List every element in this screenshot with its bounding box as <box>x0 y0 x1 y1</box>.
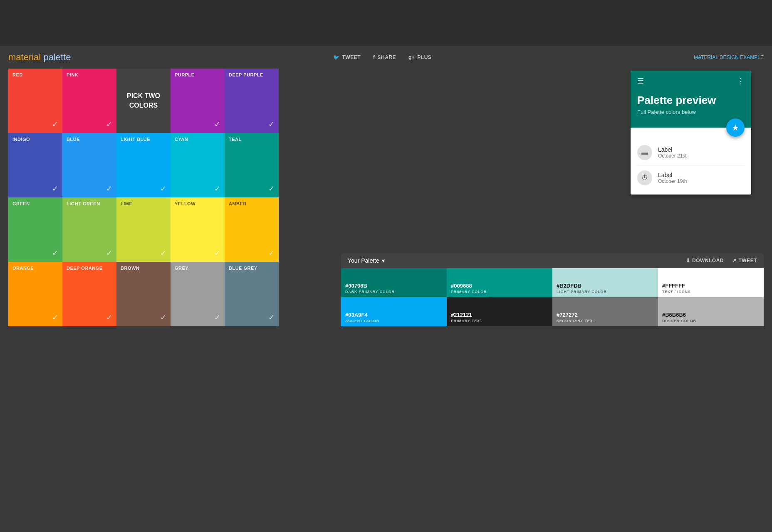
color-name-purple: PURPLE <box>175 72 220 78</box>
plus-button[interactable]: g+ PLUS <box>408 54 431 60</box>
download-button[interactable]: ⬇ DOWNLOAD <box>686 258 724 264</box>
color-cell-amber[interactable]: AMBER ✓ <box>225 197 279 262</box>
color-cell-grey[interactable]: GREY ✓ <box>171 262 225 326</box>
checkmark-icon: ✓ <box>268 313 275 322</box>
color-cell-deep-purple[interactable]: DEEP PURPLE ✓ <box>225 69 279 133</box>
color-cell-deep-orange[interactable]: DEEP ORANGE ✓ <box>62 262 116 326</box>
swatch-hex: #009688 <box>451 283 548 289</box>
color-cell-purple[interactable]: PURPLE ✓ <box>171 69 225 133</box>
checkmark-icon: ✓ <box>160 249 166 258</box>
palette-actions: ⬇ DOWNLOAD ↗ TWEET <box>686 258 757 264</box>
checkmark-icon: ✓ <box>214 184 220 193</box>
color-name-blue-grey: BLUE GREY <box>229 265 275 271</box>
color-cell-blue[interactable]: BLUE ✓ <box>62 133 116 197</box>
color-name-pink: PINK <box>67 72 112 78</box>
list-label-0: Label <box>658 146 745 153</box>
list-icon-0: ▬ <box>637 145 652 160</box>
list-sublabel-1: October 19th <box>658 178 745 184</box>
list-sublabel-0: October 21st <box>658 153 745 159</box>
color-cell-orange[interactable]: ORANGE ✓ <box>8 262 62 326</box>
swatch-hex: #B6B6B6 <box>662 312 760 318</box>
swatch-label: ACCENT COLOR <box>345 319 443 323</box>
palette-tweet-button[interactable]: ↗ TWEET <box>732 258 757 264</box>
color-cell-brown[interactable]: BROWN ✓ <box>116 262 171 326</box>
tweet-button[interactable]: 🐦 TWEET <box>333 54 361 60</box>
color-cell-green[interactable]: GREEN ✓ <box>8 197 62 262</box>
header-right: MATERIAL DESIGN EXAMPLE <box>694 54 764 60</box>
download-icon: ⬇ <box>686 258 690 264</box>
color-cell-light-green[interactable]: LIGHT GREEN ✓ <box>62 197 116 262</box>
palette-swatch-secondary-text[interactable]: #727272 SECONDARY TEXT <box>552 297 658 326</box>
facebook-icon: f <box>373 54 375 60</box>
color-name-brown: BROWN <box>121 265 166 271</box>
palette-title[interactable]: Your Palette ▾ <box>348 257 385 264</box>
color-name-red: RED <box>12 72 58 78</box>
color-name-lime: LIME <box>121 201 166 207</box>
swatch-label: DARK PRIMARY COLOR <box>345 290 443 294</box>
checkmark-icon: ✓ <box>160 313 166 322</box>
more-icon[interactable]: ⋮ <box>737 76 745 86</box>
palette-swatch-divider-color[interactable]: #B6B6B6 DIVIDER COLOR <box>658 297 764 326</box>
color-cell-lime[interactable]: LIME ✓ <box>116 197 171 262</box>
preview-card: ☰ ⋮ Palette preview Full Palette colors … <box>631 71 751 195</box>
fab-button[interactable]: ★ <box>726 118 745 137</box>
swatch-hex: #212121 <box>451 312 548 318</box>
checkmark-icon: ✓ <box>214 249 220 258</box>
top-bar <box>0 0 772 46</box>
palette-swatch-dark-primary-color[interactable]: #00796B DARK PRIMARY COLOR <box>341 268 447 297</box>
right-panel: ☰ ⋮ Palette preview Full Palette colors … <box>341 69 764 326</box>
color-name-indigo: INDIGO <box>12 136 58 142</box>
swatch-label: LIGHT PRIMARY COLOR <box>557 290 654 294</box>
color-name-deep-orange: DEEP ORANGE <box>67 265 112 271</box>
palette-swatch-primary-text[interactable]: #212121 PRIMARY TEXT <box>447 297 552 326</box>
color-cell-empty3[interactable] <box>279 197 333 262</box>
googleplus-icon: g+ <box>408 54 415 60</box>
color-cell-empty2[interactable] <box>279 133 333 197</box>
checkmark-icon: ✓ <box>106 313 112 322</box>
list-icon-1: ⏱ <box>637 170 652 185</box>
color-cell-light-blue[interactable]: LIGHT BLUE ✓ <box>116 133 171 197</box>
preview-header: ☰ ⋮ Palette preview Full Palette colors … <box>631 71 751 128</box>
share-button[interactable]: f SHARE <box>373 54 396 60</box>
color-cell-indigo[interactable]: INDIGO ✓ <box>8 133 62 197</box>
header: material palette 🐦 TWEET f SHARE g+ PLUS… <box>0 46 772 69</box>
color-cell-cyan[interactable]: CYAN ✓ <box>171 133 225 197</box>
preview-body: ▬ Label October 21st ⏱ Label October 19t… <box>631 128 751 195</box>
swatch-label: DIVIDER COLOR <box>662 319 760 323</box>
swatch-hex: #00796B <box>345 283 443 289</box>
color-name-grey: GREY <box>175 265 220 271</box>
checkmark-icon: ✓ <box>214 120 220 129</box>
palette-swatch-primary-color[interactable]: #009688 PRIMARY COLOR <box>447 268 552 297</box>
swatch-label: PRIMARY TEXT <box>451 319 548 323</box>
checkmark-icon: ✓ <box>160 184 166 193</box>
color-cell-pick-two[interactable]: PICK TWO COLORS <box>116 69 171 133</box>
color-name-teal: TEAL <box>229 136 275 142</box>
palette-section: Your Palette ▾ ⬇ DOWNLOAD ↗ TWEET #00796… <box>341 253 764 326</box>
chevron-down-icon: ▾ <box>382 257 385 264</box>
swatch-hex: #03A9F4 <box>345 312 443 318</box>
menu-icon[interactable]: ☰ <box>637 76 644 86</box>
color-cell-red[interactable]: RED ✓ <box>8 69 62 133</box>
logo-material: material <box>8 52 41 62</box>
checkmark-icon: ✓ <box>268 184 275 193</box>
color-name-amber: AMBER <box>229 201 275 207</box>
list-text-1: Label October 19th <box>658 172 745 184</box>
color-cell-empty1[interactable] <box>279 69 333 133</box>
list-label-1: Label <box>658 172 745 178</box>
palette-swatches: #00796B DARK PRIMARY COLOR #009688 PRIMA… <box>341 268 764 326</box>
color-cell-teal[interactable]: TEAL ✓ <box>225 133 279 197</box>
color-cell-yellow[interactable]: YELLOW ✓ <box>171 197 225 262</box>
palette-swatch-text-/-icons[interactable]: #FFFFFF TEXT / ICONS <box>658 268 764 297</box>
checkmark-icon: ✓ <box>268 249 275 258</box>
checkmark-icon: ✓ <box>106 184 112 193</box>
swatch-label: SECONDARY TEXT <box>557 319 654 323</box>
palette-swatch-light-primary-color[interactable]: #B2DFDB LIGHT PRIMARY COLOR <box>552 268 658 297</box>
preview-header-top: ☰ ⋮ <box>637 76 745 86</box>
color-cell-empty4[interactable] <box>279 262 333 326</box>
checkmark-icon: ✓ <box>214 313 220 322</box>
color-cell-blue-grey[interactable]: BLUE GREY ✓ <box>225 262 279 326</box>
color-cell-pink[interactable]: PINK ✓ <box>62 69 116 133</box>
palette-swatch-accent-color[interactable]: #03A9F4 ACCENT COLOR <box>341 297 447 326</box>
checkmark-icon: ✓ <box>268 120 275 129</box>
checkmark-icon: ✓ <box>52 249 58 258</box>
